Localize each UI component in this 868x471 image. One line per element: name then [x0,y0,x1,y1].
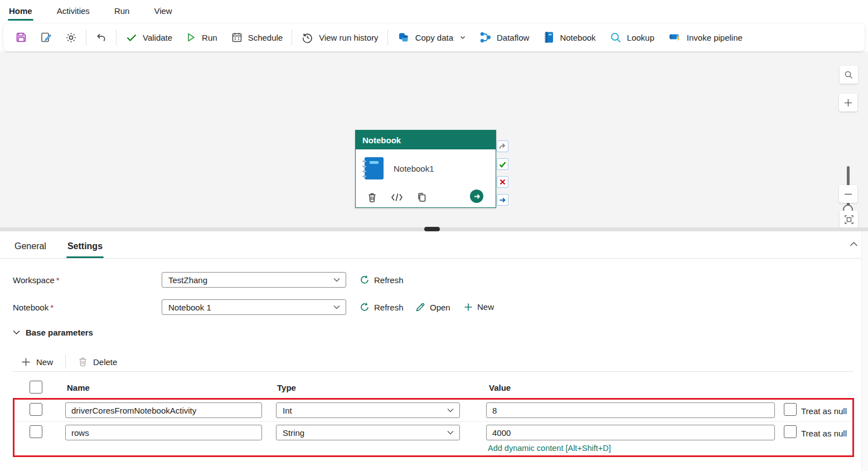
validate-button[interactable]: Validate [119,27,179,47]
splitter-drag-handle[interactable] [424,227,440,231]
undo-button[interactable] [89,27,114,47]
delete-parameter-button[interactable]: Delete [74,357,122,367]
notebook-activity-icon [365,157,384,179]
pipeline-canvas[interactable]: Notebook Notebook1 [0,51,868,227]
notebook-refresh-button[interactable]: Refresh [360,302,404,312]
edit-code-icon[interactable] [391,193,403,202]
toolbar-separator [292,30,292,45]
parameter-name-input[interactable] [65,402,262,418]
save-icon [15,31,27,43]
panel-scrollbar[interactable] [861,231,868,471]
pencil-icon [415,302,425,312]
workspace-refresh-button[interactable]: Refresh [360,275,404,285]
run-label: Run [202,33,217,42]
canvas-search-button[interactable] [840,66,858,84]
trash-icon [78,357,88,367]
menu-tab-view[interactable]: View [153,1,173,21]
toolbar-separator [86,30,86,45]
workspace-dropdown[interactable]: TestZhang [162,272,346,288]
view-run-history-button[interactable]: View run history [294,27,385,47]
activity-name: Notebook1 [394,164,434,173]
menu-tab-run[interactable]: Run [113,1,131,21]
column-header-type: Type [277,383,296,392]
menu-tab-home[interactable]: Home [8,1,33,21]
treat-as-null-checkbox[interactable] [784,403,797,416]
notebook-open-label: Open [430,303,450,312]
notebook-activity-card[interactable]: Notebook Notebook1 [355,130,496,208]
notebook-dropdown[interactable]: Notebook 1 [162,299,346,315]
calendar-icon [231,31,243,43]
treat-as-null-checkbox[interactable] [784,425,797,438]
notebook-tool-button[interactable]: Notebook [536,27,602,47]
activity-type-label: Notebook [362,135,401,145]
select-all-checkbox[interactable] [30,381,42,394]
parameter-value-input[interactable] [486,402,775,418]
fit-to-screen-button[interactable] [840,211,858,229]
plus-icon [21,357,31,367]
settings-button[interactable] [59,27,84,47]
parameter-name-input[interactable] [65,425,262,440]
notebook-new-button[interactable]: New [464,302,494,312]
parameter-type-dropdown[interactable]: String [276,425,460,440]
completion-connector[interactable] [497,194,508,206]
dataflow-branch-icon [479,31,492,43]
workspace-label: Workspace* [13,275,60,285]
notebook-new-label: New [477,302,494,312]
undo-icon [95,31,108,44]
parameter-value-input[interactable] [486,425,775,440]
activity-connectors [497,140,508,206]
required-asterisk: * [56,275,60,285]
clone-activity-icon[interactable] [416,192,427,203]
validate-check-icon [125,31,138,43]
success-connector[interactable] [497,158,508,170]
fail-connector[interactable] [497,176,508,188]
gear-icon [65,31,77,44]
base-parameters-header[interactable]: Base parameters [13,328,93,337]
rename-button[interactable] [33,27,59,47]
tab-settings[interactable]: Settings [66,237,104,258]
command-separator [65,355,66,369]
run-play-icon [186,32,197,43]
parameter-type-dropdown[interactable]: Int [276,402,460,418]
skip-connector[interactable] [497,140,508,152]
properties-panel: General Settings Workspace* TestZhang Re… [0,231,868,471]
table-top-divider [13,371,854,372]
lookup-button[interactable]: Lookup [603,27,661,47]
toolbar-separator [116,30,117,45]
dataflow-button[interactable]: Dataflow [473,27,536,47]
dataflow-label: Dataflow [497,33,529,42]
save-button[interactable] [9,27,33,47]
treat-as-null-label: Treat as null [801,429,847,438]
refresh-icon [360,275,370,285]
menu-bar: Home Activities Run View [0,0,868,21]
toolbar-separator [387,30,388,45]
parameter-type-value: String [283,428,304,438]
validate-label: Validate [143,33,172,42]
schedule-button[interactable]: Schedule [224,27,290,47]
zoom-in-button[interactable] [839,94,857,111]
view-run-history-label: View run history [319,33,378,42]
invoke-pipeline-button[interactable]: Invoke pipeline [661,27,749,47]
notebook-open-button[interactable]: Open [415,302,450,312]
menu-tab-activities[interactable]: Activities [56,1,91,21]
activity-card-header: Notebook [356,130,496,149]
tab-general[interactable]: General [13,237,47,258]
collapse-panel-button[interactable] [850,241,858,247]
run-button[interactable]: Run [179,27,224,47]
row-checkbox[interactable] [30,403,42,416]
add-dynamic-content-link[interactable]: Add dynamic content [Alt+Shift+D] [488,444,611,453]
new-parameter-button[interactable]: New [17,357,57,367]
chevron-down-icon [333,305,340,309]
parameter-type-value: Int [283,406,292,415]
add-next-activity-button[interactable] [470,190,483,203]
ribbon-toolbar: Validate Run Schedule View run history [3,23,865,51]
notebook-refresh-label: Refresh [374,303,404,312]
copy-data-button[interactable]: Copy data [390,27,473,47]
panel-splitter[interactable] [0,227,868,231]
delete-activity-icon[interactable] [367,192,377,203]
zoom-out-button[interactable] [839,185,857,203]
row-separator [14,421,851,422]
panel-divider [0,258,868,259]
chevron-down-icon [333,278,340,282]
row-checkbox[interactable] [30,425,42,438]
